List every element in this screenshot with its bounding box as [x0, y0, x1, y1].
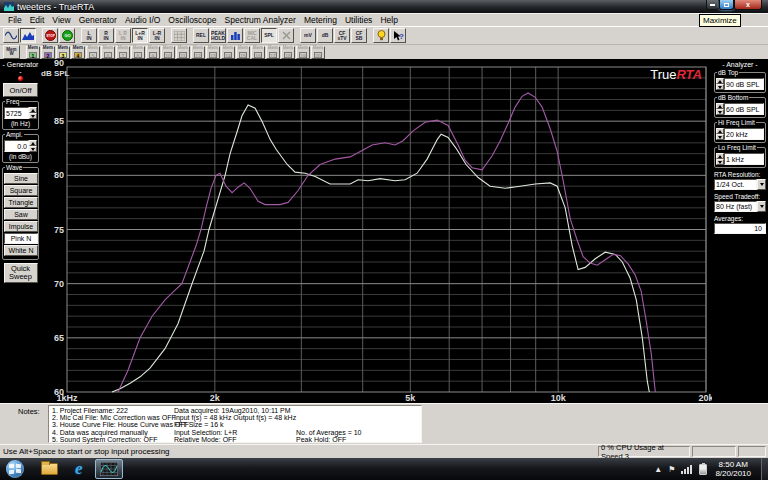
app-icon	[4, 2, 14, 11]
mem-13-button: Mem13	[206, 46, 220, 59]
relative-mode-button[interactable]: REL	[193, 28, 209, 43]
analyzer-spin-groups: dB Top90 dB SPLdB Bottom60 dB SPLHi Freq…	[714, 72, 766, 168]
analyzer-db-bottom-group: dB Bottom60 dB SPL	[714, 97, 766, 118]
units-mv-button[interactable]: mV	[300, 28, 316, 43]
averages-input[interactable]: 10	[714, 223, 766, 234]
wave-pink-n-button[interactable]: Pink N	[4, 233, 38, 244]
units-db-button[interactable]: dB	[317, 28, 333, 43]
mem-2-button[interactable]: Mem2	[41, 46, 55, 59]
rta-resolution-dropdown-icon[interactable]	[757, 179, 766, 190]
speed-tradeoff-select[interactable]: 80 Hz (fast)	[714, 201, 766, 212]
spl-calibration-button[interactable]: SPL	[261, 28, 277, 43]
y-tick-label: 65	[54, 333, 64, 343]
x-tick-label: 10k	[551, 393, 567, 403]
tip-of-day-button[interactable]	[373, 28, 389, 43]
maximize-button[interactable]	[719, 0, 734, 10]
wave-square-button[interactable]: Square	[4, 185, 38, 196]
input-l-plus-r-button[interactable]: L+RIN	[132, 28, 148, 43]
cf-sb-button[interactable]: CFSB	[351, 28, 367, 43]
cf-stv-button[interactable]: CFsTV	[334, 28, 350, 43]
network-icon[interactable]	[681, 465, 693, 474]
ampl-spin-down-icon[interactable]	[29, 146, 37, 152]
analyzer-lo-freq-limit-spin-down-icon[interactable]	[716, 159, 724, 165]
analyzer-db-bottom-spin-down-icon[interactable]	[716, 109, 724, 115]
spectrum-analyzer-button[interactable]	[20, 28, 36, 43]
ampl-spinner[interactable]	[29, 140, 37, 152]
x-tick-label: 2k	[210, 393, 221, 403]
mem-1-button[interactable]: Mem1	[26, 46, 40, 59]
wave-saw-button[interactable]: Saw	[4, 209, 38, 220]
start-button[interactable]	[6, 460, 24, 478]
wave-impulse-button[interactable]: Impulse	[4, 221, 38, 232]
tray-expand-icon[interactable]: ▲	[654, 465, 662, 474]
mem-18-button: Mem18	[281, 46, 295, 59]
analyzer-db-top-value[interactable]: 90 dB SPL	[724, 78, 764, 90]
mem-write-button[interactable]: MemW	[3, 45, 20, 59]
analyzer-lo-freq-limit-value[interactable]: 1 kHz	[724, 153, 764, 165]
bar-spectrum-button[interactable]	[227, 28, 243, 43]
explorer-taskbar-button[interactable]	[41, 463, 58, 475]
sine-generator-button[interactable]	[3, 28, 19, 43]
freq-input[interactable]: 5725	[4, 107, 29, 119]
mem-20-button: Mem20	[311, 46, 325, 59]
go-icon: GO	[62, 30, 73, 41]
client-area: - Generator - On/Off Freq 5725 (in Hz) A…	[0, 59, 768, 403]
rta-resolution-select[interactable]: 1/24 Oct.	[714, 179, 766, 190]
x-tick-label: 1kHz	[56, 393, 78, 403]
analyzer-db-top-spinner[interactable]	[716, 78, 724, 90]
clear-trace-button	[278, 28, 294, 43]
input-right-button[interactable]: RIN	[98, 28, 114, 43]
menu-item-help[interactable]: Help	[376, 15, 401, 25]
note-row-1: 1. Project Filename: 222Data acquired: 1…	[52, 407, 421, 414]
action-center-flag-icon[interactable]: ⚑	[668, 465, 675, 474]
x-tick-label: 5k	[405, 393, 416, 403]
input-l-minus-r-button[interactable]: L-RIN	[149, 28, 165, 43]
peak-hold-button[interactable]: PEAKHOLD	[210, 28, 226, 43]
stop-button[interactable]: STOP	[42, 28, 58, 43]
mem-3-button[interactable]: Mem3	[56, 46, 70, 59]
generator-onoff-button[interactable]: On/Off	[3, 83, 38, 97]
menu-item-utilities[interactable]: Utilities	[341, 15, 376, 25]
menu-item-spectrum-analyzer[interactable]: Spectrum Analyzer	[221, 15, 300, 25]
speed-tradeoff-dropdown-icon[interactable]	[757, 201, 766, 212]
analyzer-hi-freq-limit-value[interactable]: 20 kHz	[724, 128, 764, 140]
input-left-button[interactable]: LIN	[81, 28, 97, 43]
truerta-taskbar-button[interactable]	[95, 459, 123, 479]
analyzer-lo-freq-limit-spinner[interactable]	[716, 153, 724, 165]
go-button[interactable]: GO	[59, 28, 75, 43]
menu-item-oscilloscope[interactable]: Oscilloscope	[164, 15, 220, 25]
analyzer-db-bottom-spinner[interactable]	[716, 103, 724, 115]
menu-item-generator[interactable]: Generator	[75, 15, 121, 25]
menu-item-file[interactable]: File	[4, 15, 26, 25]
analyzer-db-top-spin-down-icon[interactable]	[716, 84, 724, 90]
analyzer-panel: - Analyzer - dB Top90 dB SPLdB Bottom60 …	[712, 59, 768, 403]
show-desktop-button[interactable]	[761, 458, 768, 480]
freq-spinner[interactable]	[29, 107, 37, 119]
menu-item-edit[interactable]: Edit	[26, 15, 49, 25]
note-row-2: 2. Mic Cal File: Mic Correction was OFFI…	[52, 414, 421, 421]
menu-item-metering[interactable]: Metering	[300, 15, 341, 25]
sine-generator-icon	[5, 31, 17, 40]
wave-triangle-button[interactable]: Triangle	[4, 197, 38, 208]
bar-spectrum-icon	[230, 31, 241, 40]
analyzer-hi-freq-limit-spinner[interactable]	[716, 128, 724, 140]
wave-white-n-button[interactable]: White N	[4, 245, 38, 256]
quick-sweep-button[interactable]: QuickSweep	[4, 263, 38, 283]
analyzer-hi-freq-limit-spin-down-icon[interactable]	[716, 134, 724, 140]
svg-text:?: ?	[399, 32, 404, 41]
minimize-button[interactable]	[706, 0, 719, 10]
close-button[interactable]: x	[734, 0, 762, 10]
context-help-button[interactable]: ?	[390, 28, 406, 43]
analyzer-db-bottom-value[interactable]: 60 dB SPL	[724, 103, 764, 115]
battery-icon[interactable]	[699, 464, 707, 475]
freq-spin-down-icon[interactable]	[29, 113, 37, 119]
ie-taskbar-button[interactable]: e	[75, 460, 83, 478]
mem-4-button[interactable]: Mem4	[71, 46, 85, 59]
ampl-input[interactable]: 0.0	[4, 140, 29, 152]
taskbar-clock[interactable]: 8:50 AM 8/20/2010	[715, 460, 751, 478]
context-help-icon: ?	[393, 31, 404, 41]
menu-item-view[interactable]: View	[48, 15, 74, 25]
ampl-unit-label: (in dBu)	[4, 153, 37, 160]
wave-sine-button[interactable]: Sine	[4, 173, 38, 184]
menu-item-audio-i-o[interactable]: Audio I/O	[121, 15, 164, 25]
